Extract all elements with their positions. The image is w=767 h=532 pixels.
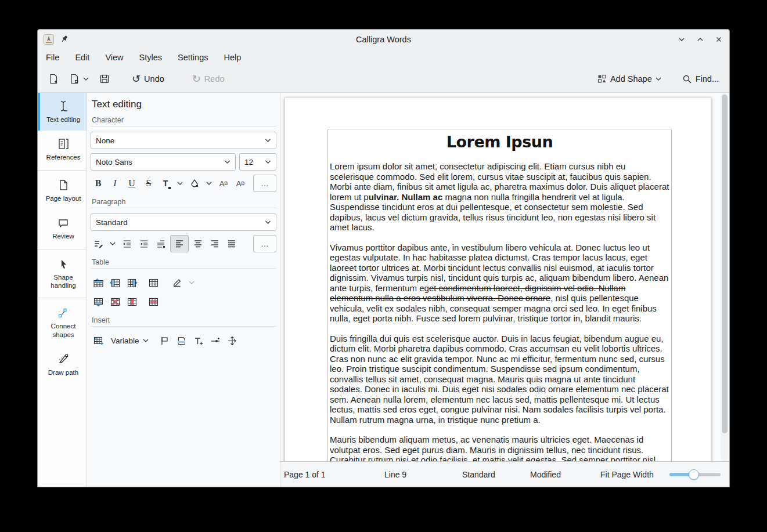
sidebar-tab-review[interactable]: Review xyxy=(38,209,87,247)
text-frame[interactable]: Lorem Ipsun Lorem ipsum dolor sit amet, … xyxy=(327,129,672,461)
table-insert-column-left-button[interactable] xyxy=(107,274,123,291)
close-button[interactable] xyxy=(714,35,723,44)
fill-color-icon xyxy=(190,179,199,188)
insert-bookmark-button[interactable] xyxy=(157,332,172,349)
panel-title: Text editing xyxy=(92,99,276,110)
insert-page-break-button[interactable] xyxy=(174,332,189,349)
table-insert-column-right-button[interactable] xyxy=(124,274,139,291)
character-style-select[interactable]: None xyxy=(91,132,276,149)
find-button[interactable]: Find... xyxy=(679,71,722,87)
sidebar-tab-connect-shapes[interactable]: Connect shapes xyxy=(38,299,87,346)
align-right-icon xyxy=(210,238,220,249)
table-border-pen-button[interactable] xyxy=(170,274,185,291)
style-indicator: Standard xyxy=(462,470,495,479)
highlight-color-button[interactable] xyxy=(187,175,202,191)
insert-variable-chevron[interactable] xyxy=(141,332,151,349)
sidebar-tab-shape-handling[interactable]: Shape handling xyxy=(38,251,87,297)
open-document-button[interactable] xyxy=(66,71,92,87)
table-delete-table-button[interactable] xyxy=(107,294,123,310)
menu-help[interactable]: Help xyxy=(224,53,241,62)
superscript-button[interactable]: AB xyxy=(216,175,231,191)
document-canvas[interactable]: Lorem Ipsun Lorem ipsum dolor sit amet, … xyxy=(280,93,729,461)
align-left-button[interactable] xyxy=(170,235,189,252)
indent-more-button[interactable] xyxy=(136,236,152,252)
table-insert-row-above-button[interactable] xyxy=(91,274,106,291)
more-paragraph-options-button[interactable]: … xyxy=(253,235,276,252)
zoom-mode-button[interactable]: Fit Page Width xyxy=(600,470,654,479)
pin-icon[interactable] xyxy=(60,35,69,44)
maximize-button[interactable] xyxy=(696,35,705,44)
insert-special-character-button[interactable] xyxy=(225,332,240,349)
highlight-color-chevron[interactable] xyxy=(204,175,214,191)
sidebar-tab-page-layout[interactable]: Page layout xyxy=(38,172,87,209)
align-justify-icon xyxy=(226,238,237,249)
align-center-button[interactable] xyxy=(190,236,206,252)
font-family-select[interactable]: Noto Sans xyxy=(91,153,236,171)
sidebar-tab-draw-path[interactable]: Draw path xyxy=(38,346,87,383)
indent-less-button[interactable] xyxy=(120,236,135,252)
underline-button[interactable]: U xyxy=(124,175,139,191)
text-color-button[interactable]: T xyxy=(158,175,173,191)
status-bar: Page 1 of 1 Line 9 Standard Modified Fit… xyxy=(280,461,729,487)
sidebar-separator xyxy=(38,298,87,298)
indent-more-icon xyxy=(139,238,149,249)
minimize-button[interactable] xyxy=(677,35,686,44)
text-color-chevron[interactable] xyxy=(175,175,185,191)
insert-text-frame-button[interactable] xyxy=(191,332,206,349)
table-split-cells-button[interactable] xyxy=(91,294,106,310)
table-delete-row-button[interactable] xyxy=(146,294,161,310)
menu-styles[interactable]: Styles xyxy=(139,53,163,62)
insert-table-button[interactable] xyxy=(91,332,106,349)
comment-bubble-icon xyxy=(57,216,70,229)
strikethrough-button[interactable]: S xyxy=(141,175,156,191)
references-icon xyxy=(57,137,70,150)
border-pen-chevron[interactable] xyxy=(186,274,197,291)
add-shape-button[interactable]: Add Shape xyxy=(594,71,665,86)
chevron-down-icon xyxy=(110,241,116,246)
list-style-chevron[interactable] xyxy=(107,236,118,252)
menu-edit[interactable]: Edit xyxy=(75,53,89,62)
insert-line-button[interactable] xyxy=(208,332,223,349)
new-document-button[interactable] xyxy=(45,71,62,87)
align-right-button[interactable] xyxy=(207,236,222,252)
vertical-scrollbar[interactable] xyxy=(721,93,728,461)
indent-less-icon xyxy=(122,238,132,249)
more-character-options-button[interactable]: … xyxy=(253,175,276,192)
paragraph-style-select[interactable]: Standard xyxy=(91,213,276,231)
app-icon[interactable] xyxy=(44,34,54,45)
save-button[interactable] xyxy=(96,71,113,87)
chevron-down-icon xyxy=(265,160,271,164)
document-page[interactable]: Lorem Ipsun Lorem ipsum dolor sit amet, … xyxy=(285,97,711,461)
sidebar-separator xyxy=(38,249,87,249)
menu-file[interactable]: File xyxy=(46,53,59,62)
table-delete-column-button[interactable] xyxy=(124,294,139,310)
redo-button[interactable]: ↻ Redo xyxy=(189,71,228,87)
undo-button[interactable]: ↺ Undo xyxy=(128,71,168,87)
bold-button[interactable]: B xyxy=(91,175,106,191)
menu-settings[interactable]: Settings xyxy=(178,53,208,62)
table-insert-row-above-icon xyxy=(93,278,104,288)
font-size-select[interactable]: 12 xyxy=(239,153,276,171)
insert-line-icon xyxy=(210,336,221,346)
tool-sidebar: Text editing References Page layout Revi… xyxy=(38,93,87,487)
align-center-icon xyxy=(193,238,203,249)
scrollbar-thumb[interactable] xyxy=(722,95,728,433)
zoom-slider[interactable] xyxy=(669,469,721,480)
list-style-button[interactable] xyxy=(91,236,106,252)
subscript-button[interactable]: AB xyxy=(233,175,248,191)
window-title: Calligra Words xyxy=(38,35,729,44)
open-document-icon xyxy=(69,74,80,84)
first-line-indent-button[interactable] xyxy=(153,236,168,252)
sidebar-tab-references[interactable]: References xyxy=(38,131,87,168)
align-justify-button[interactable] xyxy=(224,236,239,252)
zoom-slider-handle[interactable] xyxy=(689,469,699,480)
menu-view[interactable]: View xyxy=(105,53,123,62)
italic-button[interactable]: I xyxy=(107,175,123,191)
insert-variable-button[interactable]: Variable xyxy=(111,336,139,345)
bookmark-flag-icon xyxy=(160,336,170,346)
sidebar-tab-text-editing[interactable]: Text editing xyxy=(38,93,87,131)
text-frame-icon xyxy=(193,336,203,346)
paragraph-section-heading: Paragraph xyxy=(92,198,275,206)
chevron-down-icon xyxy=(265,138,271,143)
table-merge-cells-button[interactable] xyxy=(146,274,161,291)
